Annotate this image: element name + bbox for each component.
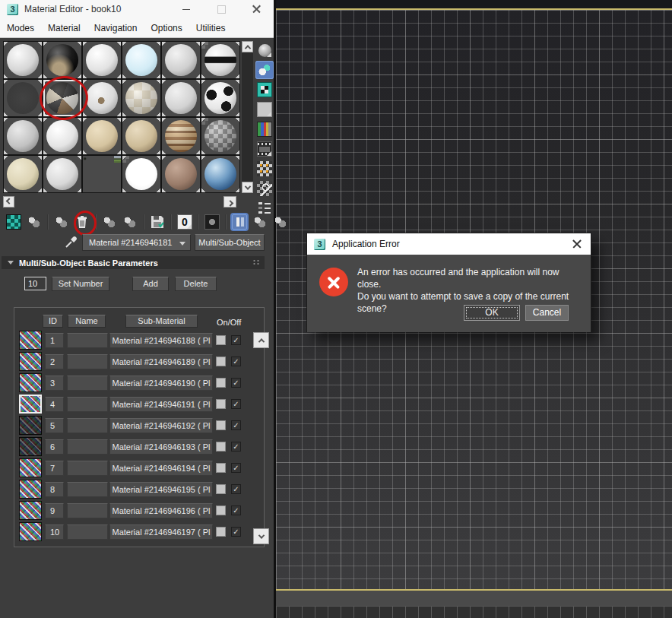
palette-scroll-up-button[interactable] (242, 41, 253, 52)
name-field[interactable] (67, 461, 108, 476)
put-material-to-scene-icon[interactable] (27, 214, 42, 230)
backlight-icon[interactable] (257, 62, 272, 78)
submaterial-thumbnail[interactable] (19, 373, 42, 392)
submaterial-thumbnail[interactable] (19, 437, 42, 456)
submaterial-thumbnail[interactable] (19, 458, 42, 477)
minimize-button[interactable] (169, 0, 204, 18)
options-icon[interactable] (257, 161, 272, 176)
pick-material-eyedropper-icon[interactable] (64, 234, 79, 249)
cancel-button[interactable]: Cancel (525, 305, 569, 321)
color-swatch[interactable] (216, 527, 226, 537)
dialog-close-icon[interactable] (571, 238, 583, 250)
sample-slot-tan[interactable] (83, 118, 121, 154)
color-swatch[interactable] (216, 399, 226, 409)
assign-material-to-selection-icon[interactable] (54, 214, 69, 230)
palette-scrollbar[interactable] (242, 41, 253, 193)
get-material-icon[interactable] (6, 214, 21, 230)
sample-slot-white-default[interactable] (4, 42, 42, 78)
sample-slot-landscape-photo[interactable] (83, 156, 121, 192)
onoff-checkbox[interactable]: ✓ (231, 442, 241, 452)
delete-material-icon[interactable] (74, 214, 90, 230)
track-bar[interactable] (276, 606, 672, 618)
submaterial-button[interactable]: Material #2146946191 ( Pl (109, 397, 213, 412)
sample-slot-light-gray[interactable] (43, 156, 81, 192)
menu-options[interactable]: Options (144, 23, 189, 33)
select-by-material-icon[interactable] (257, 181, 272, 196)
sample-slot-brown-mauve[interactable] (162, 156, 200, 192)
material-editor-titlebar[interactable]: 3 Material Editor - book10 (0, 0, 274, 18)
color-swatch[interactable] (216, 442, 226, 452)
sample-slot-cream[interactable] (4, 156, 42, 192)
name-field[interactable] (67, 354, 108, 369)
color-swatch[interactable] (216, 463, 226, 473)
table-scroll-down-button[interactable] (253, 528, 269, 544)
submaterial-button[interactable]: Material #2146946194 ( Pl (109, 461, 213, 476)
color-swatch[interactable] (216, 505, 226, 515)
show-end-result-icon[interactable] (232, 214, 247, 230)
make-preview-icon[interactable] (257, 141, 272, 157)
sample-slot-patchwork-multi[interactable] (43, 80, 81, 116)
palette-scroll-down-button[interactable] (242, 182, 253, 193)
sample-uv-tiling-icon[interactable] (257, 102, 272, 117)
sample-slot-beige-checker[interactable] (122, 80, 160, 116)
backlight-slot[interactable] (255, 61, 274, 79)
color-swatch[interactable] (216, 357, 226, 366)
video-color-check-icon[interactable] (257, 122, 272, 137)
sample-slot-gray-white[interactable] (162, 42, 200, 78)
material-id-channel-icon[interactable]: 0 (177, 214, 192, 230)
sample-slot-gray-checker-glass[interactable] (201, 118, 239, 154)
menu-material[interactable]: Material (41, 23, 87, 33)
color-swatch[interactable] (216, 484, 226, 494)
sample-slot-white-bright[interactable] (83, 42, 121, 78)
sample-slot-white-black-band[interactable] (201, 42, 239, 78)
background-slot[interactable] (255, 81, 274, 99)
make-material-copy-icon[interactable] (102, 214, 117, 230)
options-slot[interactable] (255, 160, 274, 178)
color-swatch[interactable] (216, 420, 226, 430)
submaterial-thumbnail[interactable] (19, 501, 42, 520)
submaterial-button[interactable]: Material #2146946196 ( Pl (109, 503, 213, 518)
sample-type-icon[interactable] (258, 44, 271, 57)
submaterial-button[interactable]: Material #2146946188 ( Pl (109, 333, 213, 348)
video-color-check-slot[interactable] (255, 120, 274, 138)
sample-slot-dark-flat[interactable] (4, 80, 42, 116)
make-unique-icon[interactable] (122, 214, 138, 230)
sample-slot-gray-glossy[interactable] (4, 118, 42, 154)
show-shaded-material-in-viewport-icon[interactable] (204, 214, 220, 230)
onoff-checkbox[interactable]: ✓ (231, 420, 241, 430)
submaterial-thumbnail[interactable] (19, 331, 42, 350)
name-field[interactable] (67, 397, 108, 412)
name-field[interactable] (67, 525, 108, 540)
sample-slot-glow-white[interactable] (122, 156, 160, 192)
palette-scroll-left-button[interactable] (3, 196, 14, 208)
onoff-checkbox[interactable]: ✓ (231, 505, 241, 515)
onoff-checkbox[interactable]: ✓ (231, 463, 241, 473)
sample-slot-pale-blue[interactable] (122, 42, 160, 78)
select-by-material-slot[interactable] (255, 179, 274, 198)
put-to-library-icon[interactable] (150, 214, 165, 230)
name-field[interactable] (67, 418, 108, 433)
sort-by-submaterial-button[interactable]: Sub-Material (125, 315, 198, 328)
sample-slot-white-gray2[interactable] (162, 80, 200, 116)
sample-slot-jupiter-stripes[interactable] (162, 118, 200, 154)
close-button[interactable] (239, 0, 274, 18)
go-to-parent-icon[interactable] (252, 214, 268, 230)
sample-slot-white-photo-patch[interactable] (83, 80, 121, 116)
submaterial-thumbnail[interactable] (19, 352, 42, 371)
menu-navigation[interactable]: Navigation (87, 23, 144, 33)
rollout-header[interactable]: Multi/Sub-Object Basic Parameters (2, 256, 265, 269)
delete-button[interactable]: Delete (175, 277, 217, 291)
sample-type-slot[interactable] (255, 41, 274, 59)
onoff-checkbox[interactable]: ✓ (231, 335, 241, 345)
name-field[interactable] (67, 376, 108, 391)
material-count-field[interactable]: 10 (24, 277, 46, 290)
background-icon[interactable] (257, 82, 272, 97)
submaterial-thumbnail[interactable] (19, 480, 42, 499)
submaterial-button[interactable]: Material #2146946193 ( Pl (109, 439, 213, 455)
material-name-dropdown[interactable]: Material #2146946181 (82, 234, 191, 251)
palette-scroll-right-button[interactable] (223, 196, 236, 208)
sample-uv-tiling-slot[interactable] (255, 100, 274, 119)
add-button[interactable]: Add (132, 277, 169, 291)
name-field[interactable] (67, 503, 108, 518)
maximize-button[interactable] (204, 0, 239, 18)
